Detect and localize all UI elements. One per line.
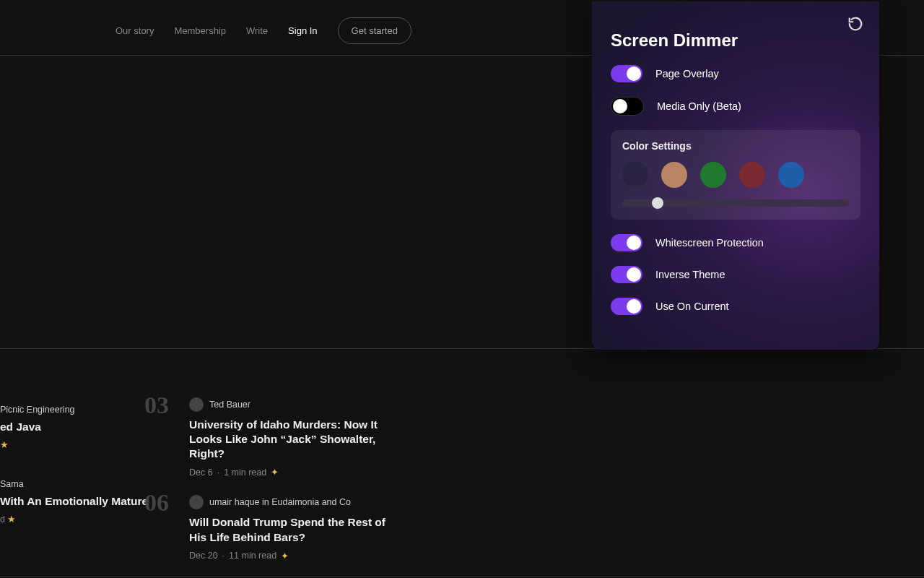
- toggle-label: Whitescreen Protection: [655, 237, 764, 249]
- color-settings-title: Color Settings: [622, 140, 849, 152]
- popup-title: Screen Dimmer: [611, 30, 860, 51]
- color-swatch[interactable]: [622, 162, 648, 188]
- color-swatch[interactable]: [739, 162, 765, 188]
- toggle-label: Use On Current: [655, 301, 729, 312]
- toggle-page-overlay[interactable]: [611, 65, 642, 82]
- author-name[interactable]: Ted Bauer: [209, 400, 250, 410]
- color-swatches: [622, 162, 849, 188]
- author-avatar[interactable]: [189, 495, 204, 509]
- refresh-icon[interactable]: [847, 16, 863, 32]
- article-title[interactable]: Will Donald Trump Spend the Rest of His …: [189, 515, 391, 544]
- member-star-icon: ✦: [271, 467, 279, 478]
- toggle-label: Inverse Theme: [655, 269, 725, 280]
- trending-rank: 06: [144, 489, 169, 517]
- toggle-label: Media Only (Beta): [657, 100, 741, 112]
- member-star-icon: ✦: [281, 551, 289, 561]
- nav-our-story[interactable]: Our story: [116, 25, 154, 36]
- color-swatch[interactable]: [778, 162, 804, 188]
- trending-list: 03 Ted Bauer University of Idaho Murders…: [0, 397, 404, 578]
- nav-sign-in[interactable]: Sign In: [288, 25, 317, 36]
- get-started-button[interactable]: Get started: [338, 17, 411, 44]
- trending-item: 03 Ted Bauer University of Idaho Murders…: [0, 397, 404, 478]
- toggle-label: Page Overlay: [655, 68, 719, 79]
- article-meta: Dec 20 · 11 min read ✦: [189, 551, 404, 561]
- author-name[interactable]: umair haque in Eudaimonia and Co: [209, 497, 351, 507]
- color-swatch[interactable]: [700, 162, 726, 188]
- slider-thumb[interactable]: [652, 197, 663, 209]
- nav-write[interactable]: Write: [246, 25, 268, 36]
- trending-item: 06 umair haque in Eudaimonia and Co Will…: [0, 495, 404, 567]
- toggle-media-only[interactable]: [611, 97, 644, 116]
- toggle-use-on-current[interactable]: [611, 298, 642, 315]
- toggle-whitescreen[interactable]: [611, 234, 642, 251]
- color-settings-panel: Color Settings: [611, 130, 860, 220]
- color-swatch[interactable]: [661, 162, 687, 188]
- article-title[interactable]: University of Idaho Murders: Now It Look…: [189, 418, 391, 461]
- intensity-slider[interactable]: [622, 199, 849, 207]
- nav-membership[interactable]: Membership: [174, 25, 226, 36]
- screen-dimmer-popup: Screen Dimmer Page Overlay Media Only (B…: [592, 1, 879, 350]
- trending-rank: 03: [144, 392, 169, 419]
- footer-divider: [0, 576, 924, 577]
- article-meta: Dec 6 · 1 min read ✦: [189, 467, 404, 478]
- author-avatar[interactable]: [189, 397, 204, 412]
- toggle-inverse-theme[interactable]: [611, 266, 642, 283]
